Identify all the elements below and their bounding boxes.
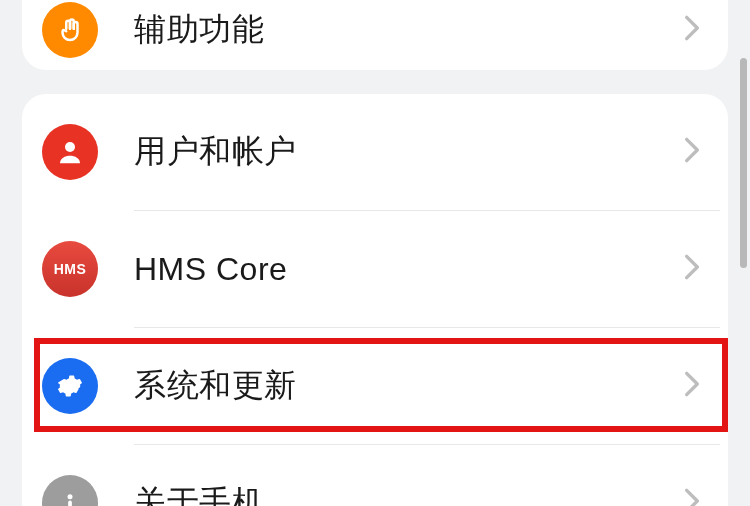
- chevron-right-icon: [684, 487, 700, 506]
- row-label: 系统和更新: [134, 364, 684, 408]
- row-label: 辅助功能: [134, 8, 684, 52]
- svg-rect-2: [68, 501, 72, 507]
- row-label: 关于手机: [134, 481, 684, 506]
- row-hms-core[interactable]: HMS HMS Core: [22, 211, 728, 327]
- row-label: HMS Core: [134, 251, 684, 288]
- hand-icon: [42, 2, 98, 58]
- settings-group-system: 用户和帐户 HMS HMS Core 系统和更新: [22, 94, 728, 506]
- info-icon: [42, 475, 98, 506]
- chevron-right-icon: [684, 136, 700, 168]
- gear-icon: [42, 358, 98, 414]
- chevron-right-icon: [684, 253, 700, 285]
- row-accessibility[interactable]: 辅助功能: [22, 0, 728, 70]
- row-label: 用户和帐户: [134, 130, 684, 174]
- person-icon: [42, 124, 98, 180]
- hms-badge-text: HMS: [54, 261, 87, 277]
- scrollbar[interactable]: [740, 58, 747, 268]
- chevron-right-icon: [684, 370, 700, 402]
- svg-point-0: [65, 142, 75, 152]
- row-about-phone[interactable]: 关于手机: [22, 445, 728, 506]
- settings-group-accessibility: 辅助功能: [22, 0, 728, 70]
- row-system-update[interactable]: 系统和更新: [22, 328, 728, 444]
- svg-point-1: [68, 494, 73, 499]
- hms-icon: HMS: [42, 241, 98, 297]
- chevron-right-icon: [684, 14, 700, 46]
- row-users-accounts[interactable]: 用户和帐户: [22, 94, 728, 210]
